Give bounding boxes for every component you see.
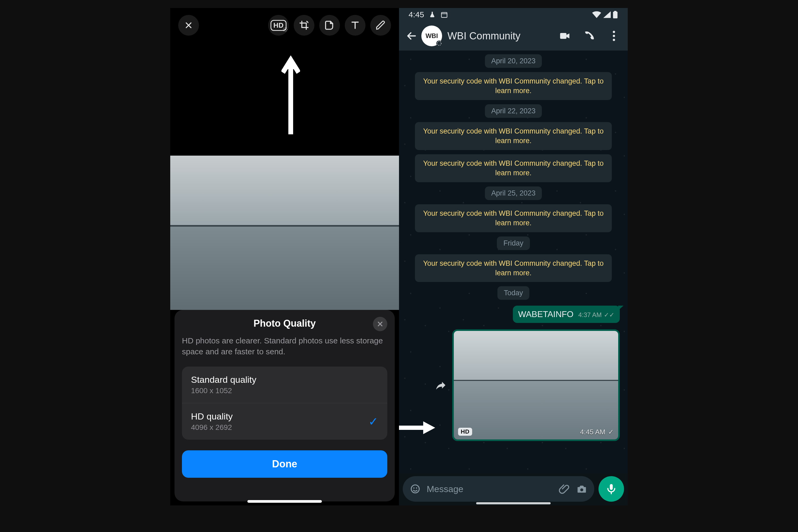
pencil-icon <box>375 20 386 31</box>
quality-dimensions: 1600 x 1052 <box>191 386 256 395</box>
video-icon <box>559 30 571 42</box>
svg-point-12 <box>416 487 417 489</box>
paperclip-icon <box>559 483 570 494</box>
date-chip: April 25, 2023 <box>485 187 542 200</box>
svg-point-0 <box>285 29 286 30</box>
message-meta: 4:37 AM ✓✓ <box>578 311 614 319</box>
sheet-description: HD photos are clearer. Standard photos u… <box>182 336 387 357</box>
chat-avatar[interactable]: WBI <box>421 25 442 46</box>
status-bar: 4:45 <box>399 8 628 21</box>
crop-icon <box>299 20 309 31</box>
back-button[interactable] <box>404 31 420 41</box>
arrow-left-icon <box>406 31 417 41</box>
wifi-icon <box>592 11 601 18</box>
image-meta: 4:45 AM ✓ <box>580 428 614 436</box>
sheet-title: Photo Quality <box>253 318 316 329</box>
system-message[interactable]: Your security code with WBI Community ch… <box>415 204 612 232</box>
checkmark-icon: ✓ <box>368 415 378 428</box>
system-message[interactable]: Your security code with WBI Community ch… <box>415 154 612 182</box>
message-text: WABETAINFO <box>518 309 573 319</box>
mic-icon <box>605 483 617 495</box>
flask-icon <box>429 11 436 18</box>
sheet-close-button[interactable] <box>373 317 387 331</box>
quality-dimensions: 4096 x 2692 <box>191 423 233 432</box>
quality-option-hd[interactable]: HD quality 4096 x 2692 ✓ <box>182 403 387 440</box>
hd-badge: HD <box>458 428 472 436</box>
svg-point-8 <box>613 35 615 37</box>
text-icon <box>350 20 360 31</box>
quality-options: Standard quality 1600 x 1052 HD quality … <box>182 366 387 440</box>
date-chip: April 22, 2023 <box>485 104 542 118</box>
emoji-icon <box>410 483 421 494</box>
voice-record-button[interactable] <box>598 476 624 502</box>
outgoing-image-message[interactable]: HD4:45 AM ✓ <box>435 329 620 441</box>
phone-icon <box>584 31 595 41</box>
svg-point-7 <box>613 31 615 33</box>
emoji-button[interactable] <box>409 483 421 495</box>
voice-call-button[interactable] <box>584 30 595 42</box>
svg-rect-1 <box>441 13 447 18</box>
sticker-icon <box>324 20 335 31</box>
photo-preview[interactable] <box>170 156 399 310</box>
image-bubble[interactable]: HD4:45 AM ✓ <box>452 329 620 441</box>
svg-point-9 <box>613 39 615 41</box>
more-menu-button[interactable] <box>608 30 620 42</box>
forward-button[interactable] <box>435 379 447 391</box>
date-chip: Today <box>497 286 529 300</box>
message-input-bar <box>403 476 624 502</box>
quality-label: Standard quality <box>191 375 256 385</box>
svg-rect-2 <box>613 12 618 18</box>
system-message[interactable]: Your security code with WBI Community ch… <box>415 122 612 150</box>
system-message[interactable]: Your security code with WBI Community ch… <box>415 72 612 100</box>
date-chip: Friday <box>497 236 530 250</box>
chat-screen: 4:45 WBI WBI Community <box>399 8 628 506</box>
svg-point-13 <box>580 488 583 491</box>
battery-icon <box>613 11 618 18</box>
close-icon <box>376 320 384 328</box>
camera-icon <box>576 483 587 494</box>
video-call-button[interactable] <box>559 30 571 42</box>
presence-icon <box>436 40 443 47</box>
calendar-icon <box>440 11 448 18</box>
done-button[interactable]: Done <box>182 450 387 478</box>
close-button[interactable] <box>178 15 199 36</box>
home-indicator <box>476 502 551 504</box>
quality-label: HD quality <box>191 411 233 422</box>
svg-point-10 <box>411 485 419 493</box>
camera-button[interactable] <box>576 483 588 495</box>
annotation-arrow-up <box>281 55 300 134</box>
status-time: 4:45 <box>408 10 424 19</box>
read-ticks-icon: ✓✓ <box>604 311 614 319</box>
crop-rotate-button[interactable] <box>294 15 315 36</box>
close-icon <box>184 20 193 30</box>
sent-tick-icon: ✓ <box>608 428 614 436</box>
editor-screen: HD <box>170 8 399 506</box>
text-button[interactable] <box>345 15 365 36</box>
chat-body[interactable]: April 20, 2023Your security code with WB… <box>399 51 628 474</box>
home-indicator <box>247 500 322 503</box>
more-vertical-icon <box>612 31 615 41</box>
message-input[interactable] <box>427 484 553 494</box>
attach-button[interactable] <box>558 483 570 495</box>
annotation-arrow-right <box>399 420 435 436</box>
date-chip: April 20, 2023 <box>485 54 542 68</box>
hd-icon: HD <box>270 20 287 31</box>
system-message[interactable]: Your security code with WBI Community ch… <box>415 254 612 282</box>
chat-title[interactable]: WBI Community <box>448 30 559 42</box>
forward-icon <box>435 379 447 391</box>
sticker-button[interactable] <box>319 15 340 36</box>
quality-option-standard[interactable]: Standard quality 1600 x 1052 <box>182 366 387 403</box>
chat-header: WBI WBI Community <box>399 21 628 51</box>
photo-quality-sheet: Photo Quality HD photos are clearer. Sta… <box>174 310 395 501</box>
editor-toolbar: HD <box>170 8 399 42</box>
draw-button[interactable] <box>370 15 391 36</box>
message-input-pill <box>403 476 594 502</box>
svg-rect-6 <box>560 33 567 39</box>
hd-quality-button[interactable]: HD <box>268 15 289 36</box>
gear-icon <box>283 27 288 32</box>
svg-rect-14 <box>610 484 613 490</box>
svg-point-11 <box>413 487 415 489</box>
outgoing-message[interactable]: WABETAINFO4:37 AM ✓✓ <box>513 306 620 323</box>
avatar-text: WBI <box>425 32 438 40</box>
svg-rect-3 <box>614 11 616 12</box>
